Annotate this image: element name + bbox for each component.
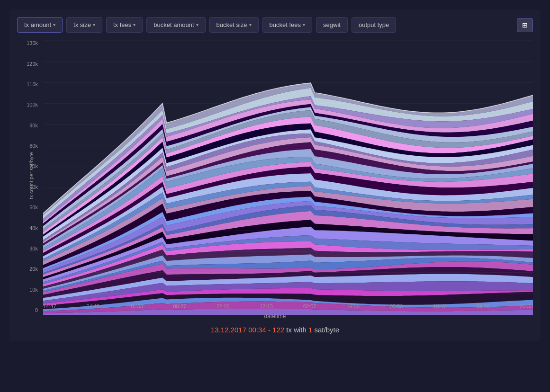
chart-canvas [43,40,533,315]
btn-segwit[interactable]: segwit [316,17,348,33]
y-label-30k: 30k [17,246,41,251]
chart-area: tx count per sat/byte 0 10k 20k 30k 40k … [17,40,533,334]
main-container: tx amount ▾ tx size ▾ tx fees ▾ bucket a… [9,9,541,341]
status-bar: 13.12.2017 00:34 - 122 tx with 1 sat/byt… [17,326,533,334]
y-label-10k: 10k [17,287,41,293]
btn-bucket-amount[interactable]: bucket amount ▾ [146,17,205,33]
btn-tx-fees-arrow: ▾ [133,22,135,27]
y-label-40k: 40k [17,225,41,231]
chart-canvas-wrapper [43,40,533,315]
y-label-60k: 60k [17,184,41,190]
y-label-90k: 90k [17,123,41,128]
btn-bucket-size[interactable]: bucket size ▾ [209,17,259,33]
status-separator: - [268,326,272,334]
btn-tx-size-label: tx size [73,21,91,28]
status-date: 13.12.2017 00:34 [211,326,266,334]
btn-tx-amount[interactable]: tx amount ▾ [17,17,63,33]
btn-bucket-fees-label: bucket fees [270,21,301,28]
x-label-8: 05:53 [390,303,403,309]
status-sat: 1 [308,326,312,334]
btn-bucket-amount-arrow: ▾ [196,22,198,27]
btn-bucket-fees-arrow: ▾ [303,22,305,27]
icon-button[interactable]: ⊞ [517,18,533,32]
y-axis: 0 10k 20k 30k 40k 50k 60k 70k 80k 90k 10… [17,40,41,315]
toolbar: tx amount ▾ tx size ▾ tx fees ▾ bucket a… [17,17,533,33]
status-byte-text: sat/byte [315,326,340,334]
y-label-110k: 110k [17,81,41,87]
y-label-130k: 130k [17,40,41,46]
btn-tx-size[interactable]: tx size ▾ [66,17,102,33]
btn-tx-fees-label: tx fees [113,21,131,28]
btn-segwit-label: segwit [323,21,341,28]
btn-tx-amount-arrow: ▾ [53,22,55,27]
x-label-4: 22:20 [216,303,230,309]
x-label-11: 23:33 [520,303,533,309]
btn-bucket-size-label: bucket size [216,21,247,28]
y-label-20k: 20k [17,266,41,272]
btn-tx-fees[interactable]: tx fees ▾ [106,17,143,33]
x-axis: 14:47 04:40 18:33 08:27 22:20 12:13 02:0… [43,303,533,309]
x-label-2: 18:33 [130,303,143,309]
x-label-7: 16:00 [346,303,360,309]
y-label-120k: 120k [17,61,41,67]
icon-button-symbol: ⊞ [522,21,528,29]
btn-bucket-size-arrow: ▾ [249,22,252,27]
status-tx-text: tx with [286,326,308,334]
x-label-1: 04:40 [86,303,99,309]
y-label-70k: 70k [17,163,41,169]
y-label-0: 0 [17,307,41,313]
btn-output-type[interactable]: output type [352,17,396,33]
btn-bucket-fees[interactable]: bucket fees ▾ [262,17,313,33]
x-label-0: 14:47 [43,303,56,309]
status-count: 122 [272,326,284,334]
btn-tx-amount-label: tx amount [24,21,51,28]
x-label-6: 02:07 [303,303,316,309]
x-label-10: 09:40 [477,303,490,309]
x-label-9: 19:47 [433,303,446,309]
y-label-100k: 100k [17,102,41,107]
y-label-80k: 80k [17,143,41,149]
x-label-3: 08:27 [173,303,186,309]
x-label-5: 12:13 [260,303,273,309]
x-axis-title: datetime [17,313,533,320]
btn-bucket-amount-label: bucket amount [153,21,194,28]
y-label-50k: 50k [17,205,41,210]
btn-tx-size-arrow: ▾ [93,22,95,27]
btn-output-type-label: output type [359,21,389,28]
